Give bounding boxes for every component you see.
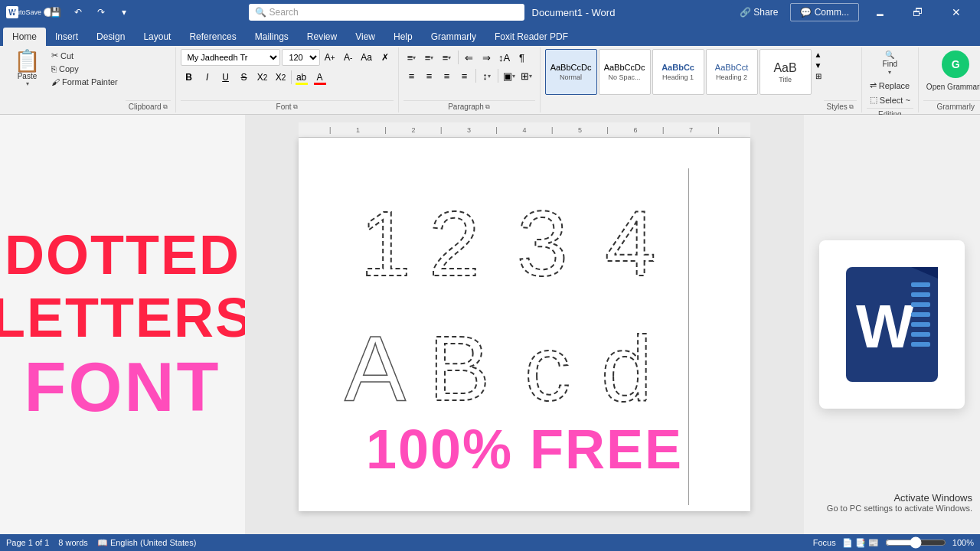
styles-scroll: ▲ ▼ ⊞ — [813, 49, 824, 81]
underline-button[interactable]: U — [217, 69, 234, 86]
doc-title: Document1 - Word — [532, 7, 616, 18]
comments-button[interactable]: 💬 Comm... — [790, 3, 859, 21]
tab-insert[interactable]: Insert — [46, 28, 87, 46]
tab-layout[interactable]: Layout — [134, 28, 180, 46]
left-panel: DOTTED LETTERS FONT — [0, 115, 245, 534]
justify-button[interactable]: ≡ — [456, 67, 473, 84]
center-button[interactable]: ≡ — [421, 67, 438, 84]
multilevel-button[interactable]: ≡▾ — [439, 49, 456, 66]
sort-button[interactable]: ↕A — [496, 49, 513, 66]
increase-indent-button[interactable]: ⇒ — [479, 49, 495, 66]
font-size-select[interactable]: 120 — [282, 49, 320, 66]
tab-references[interactable]: References — [180, 28, 245, 46]
grow-font-button[interactable]: A+ — [322, 49, 338, 66]
style-normal-preview: AaBbCcDc — [550, 63, 592, 73]
styles-scroll-up[interactable]: ▲ — [813, 49, 824, 60]
tab-help[interactable]: Help — [384, 28, 422, 46]
minimize-button[interactable]: 🗕 — [862, 0, 897, 24]
tab-grammarly[interactable]: Grammarly — [422, 28, 485, 46]
paragraph-label[interactable]: Paragraph ⧉ — [403, 100, 535, 112]
cut-button[interactable]: ✂ Cut — [48, 49, 121, 62]
tab-foxit[interactable]: Foxit Reader PDF — [485, 28, 577, 46]
show-hide-button[interactable]: ¶ — [514, 49, 531, 66]
svg-rect-16 — [911, 342, 930, 347]
svg-text:B: B — [429, 317, 490, 419]
paste-icon: 📋 — [14, 51, 41, 72]
highlight-button[interactable]: ab — [293, 69, 310, 86]
close-button[interactable]: ✕ — [939, 0, 974, 24]
shading-icon: ▣ — [503, 70, 512, 82]
align-left-button[interactable]: ≡ — [403, 67, 420, 84]
highlight-icon: ab — [296, 72, 306, 83]
bold-button[interactable]: B — [181, 69, 198, 86]
font-family-select[interactable]: My Jadheedh Tr — [181, 49, 280, 66]
font-label[interactable]: Font ⧉ — [181, 100, 394, 112]
dotted-text-line2: LETTERS — [0, 290, 253, 345]
zoom-slider[interactable] — [885, 536, 946, 549]
select-button[interactable]: ⬚ Select ~ — [867, 93, 913, 106]
restore-button[interactable]: 🗗 — [900, 0, 936, 24]
strikethrough-button[interactable]: S — [236, 69, 253, 86]
styles-expand[interactable]: ⊞ — [813, 70, 824, 81]
style-heading1[interactable]: AaBbCc Heading 1 — [652, 49, 704, 95]
para-row-1: ≡▾ ≡▾ ≡▾ ⇐ ⇒ ↕A ¶ — [403, 49, 531, 66]
tab-view[interactable]: View — [346, 28, 384, 46]
statusbar-right: Focus 📄 📑 📰 100% — [813, 536, 974, 549]
tab-design[interactable]: Design — [87, 28, 134, 46]
superscript-button[interactable]: X2 — [273, 69, 289, 86]
focus-button[interactable]: Focus — [813, 538, 836, 547]
tab-review[interactable]: Review — [298, 28, 346, 46]
align-right-button[interactable]: ≡ — [439, 67, 456, 84]
find-button[interactable]: 🔍 Find ▾ — [867, 49, 913, 77]
editing-col: 🔍 Find ▾ ⇌ Replace ⬚ Select ~ — [867, 49, 913, 106]
bullets-button[interactable]: ≡▾ — [403, 49, 420, 66]
decrease-indent-button[interactable]: ⇐ — [461, 49, 478, 66]
change-case-button[interactable]: Aa — [358, 49, 375, 66]
style-title-name: Title — [779, 76, 792, 83]
search-bar[interactable]: 🔍 Search — [249, 4, 524, 21]
paste-label: Paste — [18, 72, 38, 80]
paste-button[interactable]: 📋 Paste ▾ — [9, 49, 45, 111]
borders-button[interactable]: ⊞▾ — [518, 67, 535, 84]
subscript-button[interactable]: X2 — [254, 69, 271, 86]
replace-icon: ⇌ — [870, 80, 877, 90]
style-title[interactable]: AaB Title — [760, 49, 812, 95]
style-normal[interactable]: AaBbCcDc Normal — [545, 49, 597, 95]
letters-svg: A B c d — [329, 293, 697, 431]
word-logo-container: W — [819, 240, 965, 409]
svg-text:c: c — [524, 317, 570, 419]
shrink-font-button[interactable]: A- — [340, 49, 357, 66]
page-indicator: Page 1 of 1 — [6, 538, 49, 547]
numbering-button[interactable]: ≡▾ — [421, 49, 438, 66]
language-indicator: 📖 English (United States) — [97, 538, 197, 548]
style-no-space[interactable]: AaBbCcDc No Spac... — [599, 49, 651, 95]
paragraph-group: ≡▾ ≡▾ ≡▾ ⇐ ⇒ ↕A ¶ ≡ ≡ ≡ ≡ ↕▾ ▣▾ ⊞▾ — [399, 47, 541, 112]
format-painter-button[interactable]: 🖌 Format Painter — [48, 76, 121, 88]
customize-qat-button[interactable]: ▾ — [115, 3, 133, 21]
redo-button[interactable]: ↷ — [92, 3, 110, 21]
word-logo-svg: W — [842, 263, 942, 386]
autosave-toggle[interactable]: AutoSave — [23, 3, 41, 21]
quick-access-toolbar: W AutoSave 💾 ↶ ↷ ▾ — [6, 3, 133, 21]
line-spacing-button[interactable]: ↕▾ — [479, 67, 495, 84]
tab-mailings[interactable]: Mailings — [246, 28, 298, 46]
shading-button[interactable]: ▣▾ — [501, 67, 518, 84]
font-row-2: B I U S X2 X2 ab A — [181, 69, 328, 86]
share-button[interactable]: 🔗 Share — [730, 4, 787, 21]
grammarly-label[interactable]: Grammarly — [923, 100, 980, 112]
style-heading2[interactable]: AaBbCct Heading 2 — [706, 49, 758, 95]
replace-button[interactable]: ⇌ Replace — [867, 79, 913, 92]
styles-label[interactable]: Styles ⧉ — [824, 100, 857, 112]
clear-format-button[interactable]: ✗ — [377, 49, 394, 66]
open-grammarly-button[interactable]: Open Grammarly — [923, 81, 980, 93]
undo-button[interactable]: ↶ — [69, 3, 87, 21]
font-color-button[interactable]: A — [312, 69, 328, 86]
copy-button[interactable]: ⎘ Copy — [48, 63, 121, 75]
dotted-text-line1: DOTTED — [5, 227, 240, 282]
save-button[interactable]: 💾 — [46, 3, 64, 21]
svg-rect-12 — [911, 302, 930, 307]
tab-home[interactable]: Home — [3, 28, 46, 46]
styles-scroll-down[interactable]: ▼ — [813, 60, 824, 70]
clipboard-label[interactable]: Clipboard ⧉ — [126, 100, 171, 112]
italic-button[interactable]: I — [199, 69, 216, 86]
